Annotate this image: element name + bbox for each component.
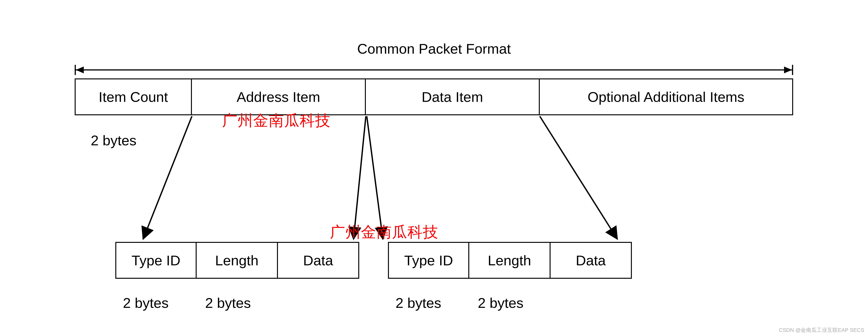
- connector-arrows: [0, 0, 868, 336]
- svg-line-7: [367, 116, 383, 239]
- footer-attribution: CSDN @金南瓜工业互联EAP SECS: [779, 327, 864, 334]
- svg-line-5: [143, 116, 192, 239]
- watermark-1: 广州金南瓜科技: [222, 110, 331, 131]
- svg-line-6: [353, 116, 366, 239]
- watermark-2: 广州金南瓜科技: [330, 222, 438, 242]
- svg-line-8: [540, 116, 617, 239]
